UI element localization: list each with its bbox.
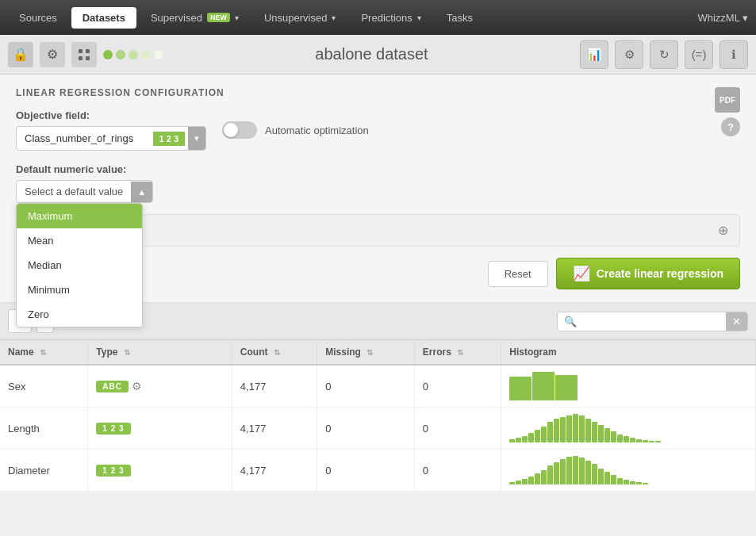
config-title: LINEAR REGRESSION CONFIGURATION — [16, 87, 740, 98]
hist-bar-1-2 — [522, 436, 528, 442]
hist-bar-1-5 — [541, 427, 547, 442]
nav-supervised[interactable]: Supervised NEW ▾ — [140, 7, 250, 29]
help-button[interactable]: ? — [721, 117, 740, 136]
dot-5 — [154, 50, 163, 59]
cell-histogram-0 — [501, 365, 756, 408]
hist-bar-1-0 — [509, 439, 515, 442]
hist-bar-1-13 — [592, 422, 597, 442]
dot-1 — [103, 50, 113, 59]
col-histogram: Histogram — [501, 340, 756, 365]
col-type[interactable]: Type ⇅ — [88, 340, 232, 365]
col-missing[interactable]: Missing ⇅ — [317, 340, 415, 365]
chart-icon-btn: 📈 — [573, 265, 590, 282]
type-cell-1: 1 2 3 — [96, 423, 224, 435]
hist-bar-1-8 — [560, 417, 566, 442]
option-maximum[interactable]: Maximum — [17, 204, 142, 228]
hist-bar-1-7 — [554, 419, 559, 442]
reset-button[interactable]: Reset — [488, 261, 548, 287]
nav-datasets[interactable]: Datasets — [71, 7, 136, 29]
search-clear-button[interactable]: ✕ — [726, 312, 747, 331]
hist-bar-1-11 — [579, 415, 585, 442]
cell-missing-1: 0 — [317, 408, 415, 450]
hist-bar-1-20 — [636, 439, 642, 442]
nav-unsupervised[interactable]: Unsupervised ▾ — [253, 7, 347, 29]
hist-bar-1-14 — [598, 425, 604, 442]
objective-row: Objective field: Class_number_of_rings 1… — [16, 109, 740, 151]
default-select-arrow[interactable]: ▲ — [131, 182, 152, 202]
count-sort-icon: ⇅ — [274, 348, 280, 357]
chart-icon[interactable]: 📊 — [580, 40, 608, 69]
lock-icon[interactable]: 🔒 — [8, 42, 33, 67]
toggle-knob — [224, 123, 238, 137]
supervised-arrow: ▾ — [235, 13, 239, 22]
col-errors[interactable]: Errors ⇅ — [414, 340, 501, 365]
create-linear-regression-button[interactable]: 📈 Create linear regression — [556, 258, 740, 289]
col-count[interactable]: Count ⇅ — [232, 340, 317, 365]
cell-missing-2: 0 — [317, 450, 415, 492]
hist-bar-2-5 — [541, 470, 547, 484]
auto-opt-row: Automatic optimization — [222, 121, 369, 139]
table-search-input[interactable] — [583, 312, 726, 331]
col-name[interactable]: Name ⇅ — [0, 340, 88, 365]
hist-bar-2-8 — [560, 459, 566, 484]
hist-bar-1-6 — [547, 422, 553, 442]
hist-bar-2-21 — [643, 483, 648, 484]
formula-icon[interactable]: (=) — [685, 40, 713, 69]
cell-count-1: 4,177 — [232, 408, 317, 450]
refresh-icon[interactable]: ↻ — [650, 40, 678, 69]
nav-predictions[interactable]: Predictions ▾ — [350, 7, 432, 29]
option-minimum[interactable]: Minimum — [17, 278, 142, 302]
histogram-2 — [509, 456, 747, 484]
svg-rect-2 — [79, 56, 83, 60]
hist-bar-1-10 — [573, 414, 578, 442]
settings-icon[interactable]: ⚙ — [615, 40, 643, 69]
nav-tasks[interactable]: Tasks — [436, 7, 484, 29]
hist-bar-1-4 — [535, 430, 540, 442]
option-median[interactable]: Median — [17, 253, 142, 278]
table-row: Diameter1 2 34,17700 — [0, 450, 756, 492]
export-icon[interactable] — [71, 42, 97, 67]
pdf-button[interactable]: PDF — [715, 87, 740, 113]
predictions-arrow: ▾ — [417, 13, 421, 22]
objective-value: Class_number_of_rings — [17, 128, 150, 149]
auto-opt-toggle[interactable] — [222, 121, 257, 139]
nav-sources[interactable]: Sources — [8, 7, 68, 29]
data-area: ✓ ▾ 🔍 ✕ Name ⇅ Type ⇅ Count ⇅ Missing ⇅ … — [0, 303, 756, 492]
info-icon[interactable]: ℹ — [720, 40, 748, 69]
dot-4 — [141, 50, 151, 59]
hist-bar-2-2 — [522, 479, 528, 484]
default-num-label: Default numeric value: — [16, 163, 740, 175]
hierarchy-icon[interactable]: ⚙ — [40, 42, 65, 67]
expand-icon[interactable]: ⊕ — [718, 223, 728, 238]
cell-missing-0: 0 — [317, 365, 415, 408]
search-icon[interactable]: 🔍 — [558, 312, 583, 331]
hist-bar-2-10 — [573, 456, 578, 484]
hist-bar-1-19 — [630, 438, 635, 442]
top-nav: Sources Datasets Supervised NEW ▾ Unsupe… — [0, 0, 756, 35]
cell-type-2: 1 2 3 — [88, 450, 232, 492]
histogram-1 — [509, 414, 747, 442]
hist-bar-2-16 — [611, 475, 616, 484]
missing-sort-icon: ⇅ — [366, 348, 373, 357]
dot-2 — [116, 50, 125, 59]
cell-errors-0: 0 — [414, 365, 501, 408]
default-num-select[interactable]: Select a default value ▲ — [16, 180, 153, 203]
option-zero[interactable]: Zero — [17, 302, 142, 327]
data-table: Name ⇅ Type ⇅ Count ⇅ Missing ⇅ Errors ⇅… — [0, 340, 756, 492]
hist-bar-2-9 — [566, 457, 572, 484]
hist-bar-2-0 — [509, 482, 515, 484]
table-body: SexABC⚙4,17700Length1 2 34,17700Diameter… — [0, 365, 756, 492]
cell-name-0: Sex — [0, 365, 88, 408]
hist-bar-2-6 — [547, 465, 553, 484]
cell-count-0: 4,177 — [232, 365, 317, 408]
table-row: Length1 2 34,17700 — [0, 408, 756, 450]
objective-dropdown-arrow[interactable]: ▾ — [188, 127, 205, 150]
type-badge-2: 1 2 3 — [96, 465, 130, 477]
option-mean[interactable]: Mean — [17, 228, 142, 253]
objective-select[interactable]: Class_number_of_rings 1 2 3 ▾ — [16, 126, 206, 151]
nav-brand[interactable]: WhizzML ▾ — [697, 12, 748, 24]
hist-bar-2-19 — [630, 481, 635, 484]
type-sort-icon: ⇅ — [124, 348, 130, 357]
type-gear-icon-0[interactable]: ⚙ — [132, 380, 142, 392]
new-badge: NEW — [207, 13, 230, 22]
